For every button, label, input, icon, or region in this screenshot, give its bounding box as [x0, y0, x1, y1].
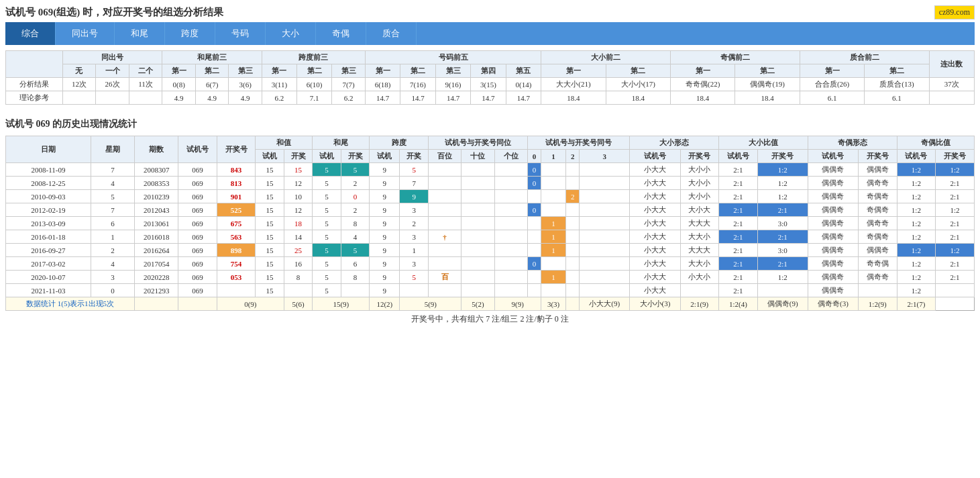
r5-kdp: 2	[400, 217, 429, 230]
hewei-header: 和尾前三	[162, 51, 262, 64]
tab-大小[interactable]: 大小	[266, 22, 316, 45]
r10-dxrt: 2:1	[719, 284, 758, 297]
r2-kdp: 7	[400, 177, 429, 190]
col-date: 日期	[6, 136, 91, 163]
a-kd3: 7(7)	[332, 78, 366, 91]
page-title: 试机号 069(组选) 时，对应开奖号的组选分析结果	[5, 6, 223, 19]
r8-prize: 754	[217, 257, 256, 271]
r1-p100	[428, 163, 461, 177]
r3-s1	[541, 190, 565, 203]
r5-hwp: 8	[341, 217, 370, 230]
r8-test: 069	[178, 257, 217, 271]
r10-date: 2021-11-03	[6, 284, 91, 297]
r2-s0: 0	[527, 177, 541, 190]
r5-jot: 偶偶奇	[808, 217, 858, 230]
t-zh1: 6.1	[800, 91, 864, 105]
r3-s3	[580, 190, 630, 203]
col-kuadu: 跨度	[370, 136, 429, 150]
hw-3: 第三	[229, 64, 262, 78]
r5-ht: 15	[256, 217, 284, 230]
r1-p1	[494, 163, 527, 177]
stats-jop: 偶奇奇(3)	[808, 297, 858, 311]
same-1: 1	[541, 150, 565, 163]
r8-hp: 16	[284, 257, 313, 271]
r9-test: 069	[178, 271, 217, 284]
r5-hp: 18	[284, 217, 313, 230]
jo-xing-test: 试机号	[808, 150, 858, 163]
col-jioyu-xing: 奇偶形态	[808, 136, 897, 150]
r2-week: 4	[91, 177, 134, 190]
stats-kd1: 15(9)	[313, 297, 370, 311]
jioyu-header: 奇偶前二	[671, 51, 800, 64]
a-kd1: 3(11)	[262, 78, 297, 91]
kuadu-header: 跨度前三	[262, 51, 366, 64]
col-hewei: 和尾	[313, 136, 370, 150]
r2-dxrt: 2:1	[719, 177, 758, 190]
r2-kdt: 9	[370, 177, 400, 190]
r1-ht: 15	[256, 163, 284, 177]
r6-s2	[566, 230, 580, 244]
t-kd2: 7.1	[296, 91, 331, 105]
r4-s0: 0	[527, 203, 541, 217]
r8-ht: 15	[256, 257, 284, 271]
r8-jop: 奇奇偶	[859, 257, 897, 271]
r1-s1	[541, 163, 565, 177]
r1-hwp: 5	[341, 163, 370, 177]
r5-s3	[580, 217, 630, 230]
a-1: 26次	[96, 78, 129, 91]
r8-jorp: 2:1	[936, 257, 975, 271]
stats-dxrp: 1:2(4)	[719, 297, 758, 311]
r9-p10	[461, 271, 494, 284]
stats-hm1: 5(9)	[400, 297, 461, 311]
r2-test: 069	[178, 177, 217, 190]
tab-跨度[interactable]: 跨度	[165, 22, 215, 45]
row-label-analysis: 分析结果	[6, 78, 63, 91]
r8-dxrt: 2:1	[719, 257, 758, 271]
tab-同出号[interactable]: 同出号	[56, 22, 115, 45]
r8-week: 4	[91, 257, 134, 271]
tab-和尾[interactable]: 和尾	[115, 22, 165, 45]
r5-p10	[461, 217, 494, 230]
kd-2: 第二	[296, 64, 331, 78]
r2-hwt: 5	[313, 177, 341, 190]
pos-10: 十位	[461, 150, 494, 163]
same-0: 0	[527, 150, 541, 163]
tab-综合[interactable]: 综合	[5, 22, 56, 45]
r7-jop: 偶偶奇	[859, 244, 897, 257]
r2-jort: 1:2	[897, 177, 936, 190]
r5-jop: 偶奇奇	[859, 217, 897, 230]
r5-test: 069	[178, 217, 217, 230]
hz-test: 试机	[256, 150, 284, 163]
r3-s2: 2	[566, 190, 580, 203]
r8-p1	[494, 257, 527, 271]
r9-period: 2020228	[135, 271, 178, 284]
a-zh1: 合合质(26)	[800, 78, 864, 91]
r5-period: 2013061	[135, 217, 178, 230]
a-zh2: 质质合(13)	[865, 78, 929, 91]
r10-kdp	[400, 284, 429, 297]
r1-hwt: 5	[313, 163, 341, 177]
r4-dxrp: 2:1	[757, 203, 808, 217]
r4-p100	[428, 203, 461, 217]
r5-p100	[428, 217, 461, 230]
r4-jot: 偶偶奇	[808, 203, 858, 217]
r10-s3	[580, 284, 630, 297]
a-hw3: 3(6)	[229, 78, 262, 91]
tab-奇偶[interactable]: 奇偶	[316, 22, 366, 45]
r9-hp: 8	[284, 271, 313, 284]
tab-号码[interactable]: 号码	[215, 22, 266, 45]
r6-prize: 563	[217, 230, 256, 244]
t-jo1: 18.4	[671, 91, 735, 105]
tab-质合[interactable]: 质合	[366, 22, 417, 45]
r4-kdp: 3	[400, 203, 429, 217]
r4-hwt: 5	[313, 203, 341, 217]
col-tong-pos: 试机号与开奖号同位	[428, 136, 527, 150]
r3-date: 2010-09-03	[6, 190, 91, 203]
r2-s1	[541, 177, 565, 190]
kd-1: 第一	[262, 64, 297, 78]
r5-date: 2013-03-09	[6, 217, 91, 230]
row-label-theory: 理论参考	[6, 91, 63, 105]
r2-jorp: 2:1	[936, 177, 975, 190]
a-hm5: 0(14)	[506, 78, 541, 91]
r7-jorp: 1:2	[936, 244, 975, 257]
